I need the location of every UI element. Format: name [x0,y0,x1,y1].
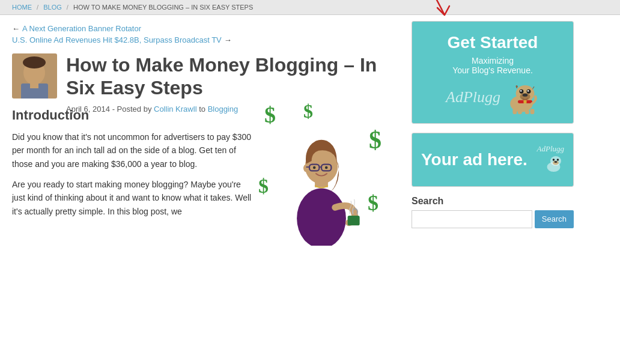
money-symbol-5: $ [368,190,378,216]
breadcrumb-home[interactable]: HOME [12,4,32,11]
svg-rect-27 [518,110,522,114]
svg-point-22 [520,90,522,92]
ad-your-ad[interactable]: Your ad here. AdPlugg [412,133,574,187]
intro-para-2: Are you ready to start making money blog… [12,178,252,218]
svg-rect-25 [523,100,526,103]
svg-point-9 [303,164,309,172]
svg-point-5 [297,188,346,245]
article-title: How to Make Money Blogging – In Six Easy… [66,53,391,100]
svg-rect-26 [512,109,517,114]
svg-rect-28 [525,110,529,114]
get-started-title: Get Started [421,34,564,52]
main-content: ← A Next Generation Banner Rotator U.S. … [0,15,403,258]
article-body: Did you know that it's not uncommon for … [12,130,252,218]
search-input[interactable] [412,210,532,228]
breadcrumb-current: HOW TO MAKE MONEY BLOGGING – IN SIX EASY… [73,4,253,11]
nav-links: ← A Next Generation Banner Rotator U.S. … [12,24,391,44]
sidebar: Place ads on your WordPress site! Get St… [403,15,583,258]
svg-point-34 [553,159,555,161]
ad2-logo: AdPlugg [537,144,565,175]
search-button[interactable]: Search [535,210,574,228]
annotation-arrow [403,0,457,21]
text-column: Introduction Did you know that it's not … [12,96,252,246]
svg-rect-6 [348,216,360,225]
introduction-title: Introduction [12,108,252,123]
intro-para-1: Did you know that it's not uncommon for … [12,130,252,171]
next-post-link[interactable]: U.S. Online Ad Revenues Hit $42.8B, Surp… [12,35,222,44]
svg-point-23 [527,90,529,92]
money-symbol-3: $ [369,126,381,154]
prev-arrow: ← [12,24,20,33]
woman-illustration [267,126,375,246]
money-symbol-1: $ [264,102,276,128]
ad-subtitle: Maximizing Your Blog's Revenue. [421,56,564,75]
svg-point-33 [555,161,558,163]
your-ad-text: Your ad here. [421,150,527,169]
next-arrow: → [224,35,232,44]
image-column: $ $ $ $ $ [252,96,391,246]
pug-icon [503,81,539,114]
search-label: Search [412,196,574,207]
money-symbol-2: $ [303,100,313,123]
money-symbol-4: $ [258,175,269,198]
svg-rect-29 [530,109,535,114]
search-form: Search [412,210,574,228]
svg-point-19 [523,93,528,96]
prev-post-link[interactable]: A Next Generation Banner Rotator [22,24,141,33]
adplugga-logo: AdPlugg [421,81,564,114]
author-image [12,53,57,99]
svg-point-15 [325,166,328,169]
ad-get-started[interactable]: Get Started Maximizing Your Blog's Reven… [412,21,574,124]
breadcrumb: HOME / BLOG / HOW TO MAKE MONEY BLOGGING… [0,0,620,15]
svg-point-35 [557,159,559,161]
small-pug-icon [543,154,564,173]
svg-point-3 [23,56,46,68]
svg-rect-4 [30,82,38,88]
search-widget: Search Search [412,196,574,228]
svg-point-14 [313,166,316,169]
illustration-area: Introduction Did you know that it's not … [12,96,391,246]
breadcrumb-blog[interactable]: BLOG [43,4,62,11]
